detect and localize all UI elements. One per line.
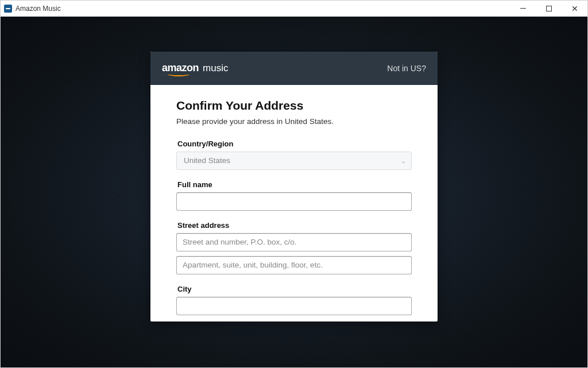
card-body[interactable]: Confirm Your Address Please provide your… bbox=[150, 85, 438, 321]
city-input[interactable] bbox=[176, 297, 412, 315]
country-selected-value: United States bbox=[176, 152, 412, 170]
maximize-icon bbox=[546, 6, 552, 11]
street-line1-input[interactable] bbox=[176, 233, 412, 251]
minimize-button[interactable] bbox=[510, 1, 536, 17]
app-icon bbox=[4, 5, 12, 13]
city-label: City bbox=[176, 285, 412, 293]
app-body: amazon music Not in US? Confirm Your Add… bbox=[1, 17, 587, 367]
minimize-icon bbox=[520, 8, 526, 9]
country-select[interactable]: United States ⌄ bbox=[176, 152, 412, 170]
address-card: amazon music Not in US? Confirm Your Add… bbox=[150, 52, 438, 321]
app-window: Amazon Music ✕ amazon music Not in US? bbox=[0, 0, 588, 368]
city-group: City bbox=[176, 285, 412, 315]
title-bar: Amazon Music ✕ bbox=[1, 1, 587, 17]
window-controls: ✕ bbox=[510, 1, 587, 17]
maximize-button[interactable] bbox=[536, 1, 562, 17]
fullname-label: Full name bbox=[176, 180, 412, 189]
fullname-input[interactable] bbox=[176, 192, 412, 211]
title-bar-left: Amazon Music bbox=[1, 5, 61, 13]
page-subtitle: Please provide your address in United St… bbox=[176, 117, 412, 126]
card-header: amazon music Not in US? bbox=[150, 52, 438, 85]
logo-brand-text: amazon bbox=[162, 62, 199, 74]
street-label: Street address bbox=[176, 221, 412, 230]
close-button[interactable]: ✕ bbox=[562, 1, 587, 17]
street-group: Street address bbox=[176, 221, 412, 274]
not-in-region-link[interactable]: Not in US? bbox=[387, 64, 426, 73]
amazon-music-logo: amazon music bbox=[162, 62, 228, 74]
page-title: Confirm Your Address bbox=[176, 99, 412, 113]
street-line2-input[interactable] bbox=[176, 256, 412, 274]
fullname-group: Full name bbox=[176, 180, 412, 211]
country-label: Country/Region bbox=[176, 140, 412, 148]
close-icon: ✕ bbox=[571, 5, 578, 13]
chevron-down-icon: ⌄ bbox=[401, 157, 406, 164]
country-group: Country/Region United States ⌄ bbox=[176, 140, 412, 170]
window-title: Amazon Music bbox=[16, 5, 61, 13]
logo-product-text: music bbox=[203, 63, 228, 74]
